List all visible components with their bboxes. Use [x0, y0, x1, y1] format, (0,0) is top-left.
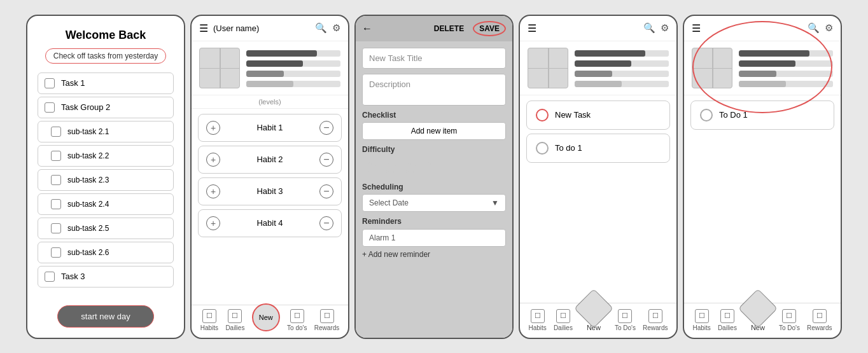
task-checkbox[interactable] [51, 175, 61, 185]
bar-row [575, 71, 669, 77]
profile-section [520, 41, 676, 95]
task-label: sub-task 2.5 [67, 224, 109, 233]
hamburger-icon[interactable]: ☰ [692, 22, 701, 34]
nav-habits[interactable]: ☐ Habits [200, 309, 218, 331]
search-icon[interactable]: 🔍 [315, 22, 327, 34]
list-item[interactable]: Task 1 [38, 73, 174, 94]
bar-row [739, 81, 833, 87]
bar-row [739, 60, 833, 67]
save-button[interactable]: SAVE [473, 21, 506, 36]
filter-icon[interactable]: ⚙ [825, 22, 833, 34]
plus-button[interactable]: + [206, 184, 220, 198]
task-checkbox[interactable] [51, 247, 61, 258]
start-new-day-button[interactable]: start new day [57, 305, 153, 328]
task-checkbox[interactable] [51, 199, 61, 209]
minus-button[interactable]: − [319, 184, 333, 198]
list-item[interactable]: Task 3 [38, 266, 174, 287]
back-arrow-icon[interactable]: ← [362, 23, 372, 34]
form-header: ← DELETE SAVE [356, 16, 512, 41]
nav-dailies[interactable]: ☐ Dailies [225, 309, 244, 331]
plus-button[interactable]: + [206, 121, 220, 135]
plus-button[interactable]: + [206, 216, 220, 230]
task-title-input[interactable]: New Task Title [362, 48, 506, 69]
add-reminder-button[interactable]: + Add new reminder [362, 250, 506, 259]
scheduling-label: Scheduling [362, 183, 506, 191]
task-checkbox[interactable] [51, 127, 61, 137]
habit-item: + Habit 3 − [198, 177, 342, 205]
habit-item: + Habit 1 − [198, 114, 342, 142]
scheduling-select[interactable]: Select Date ▼ [362, 194, 506, 212]
todo-item-new[interactable]: New Task [526, 100, 670, 130]
header-bar: ☰ 🔍 ⚙ [520, 16, 676, 41]
task-label: sub-task 2.4 [67, 200, 109, 209]
screen-todos-highlight: ☰ 🔍 ⚙ To Do 1 ☐ H [683, 15, 842, 339]
task-checkbox[interactable] [45, 102, 55, 113]
minus-button[interactable]: − [319, 153, 333, 167]
todos-icon: ☐ [290, 309, 304, 323]
stars-row: ★ ★ ★ ★ [362, 156, 506, 177]
nav-todos[interactable]: ☐ To do's [287, 309, 307, 331]
minus-button[interactable]: − [319, 216, 333, 230]
list-item[interactable]: sub-task 2.5 [38, 218, 174, 239]
nav-dailies[interactable]: ☐ Dailies [554, 309, 573, 331]
new-button[interactable] [574, 288, 613, 328]
header-bar: ☰ 🔍 ⚙ [684, 16, 841, 41]
filter-icon[interactable]: ⚙ [332, 22, 340, 34]
avatar [528, 48, 568, 88]
subtitle-label: Check off tasks from yesterday [45, 48, 167, 64]
habit-label: Habit 2 [256, 155, 283, 164]
nav-rewards-label: Rewards [807, 324, 832, 331]
star-4[interactable]: ★ [421, 156, 437, 177]
delete-button[interactable]: DELETE [431, 23, 466, 34]
nav-rewards[interactable]: ☐ Rewards [643, 309, 668, 331]
bar-row [246, 60, 340, 67]
bar-row [575, 81, 669, 87]
list-item[interactable]: sub-task 2.3 [38, 169, 174, 191]
task-label: Task 1 [61, 78, 85, 88]
nav-rewards[interactable]: ☐ Rewards [314, 309, 339, 331]
task-checkbox[interactable] [45, 78, 55, 88]
star-1[interactable]: ★ [362, 156, 378, 177]
todo-item[interactable]: To do 1 [526, 134, 670, 163]
star-2[interactable]: ★ [382, 156, 398, 177]
screens-container: Welcome Back Check off tasks from yester… [26, 15, 842, 339]
nav-todos[interactable]: ☐ To Do's [779, 309, 800, 331]
list-item[interactable]: sub-task 2.2 [38, 145, 174, 167]
alarm-item[interactable]: Alarm 1 [362, 229, 506, 247]
screen-todos: ☰ 🔍 ⚙ New Task To do 1 [519, 15, 678, 339]
search-icon[interactable]: 🔍 [808, 22, 820, 34]
list-item[interactable]: Task Group 2 [38, 97, 174, 118]
task-checkbox[interactable] [51, 151, 61, 161]
todo-item[interactable]: To Do 1 [690, 100, 834, 130]
new-button[interactable] [738, 288, 778, 328]
nav-dailies-label: Dailies [554, 324, 573, 331]
search-icon[interactable]: 🔍 [643, 22, 655, 34]
new-button-container: New [252, 303, 280, 331]
form-body: New Task Title Description Checklist Add… [356, 41, 512, 338]
add-item-button[interactable]: Add new item [362, 122, 506, 140]
todo-list: To Do 1 [684, 95, 841, 303]
list-item[interactable]: sub-task 2.6 [38, 242, 174, 263]
task-checkbox[interactable] [51, 223, 61, 233]
task-description-input[interactable]: Description [362, 74, 506, 106]
habit-label: Habit 1 [256, 123, 283, 132]
minus-button[interactable]: − [319, 121, 333, 135]
nav-todos[interactable]: ☐ To Do's [615, 309, 636, 331]
todo-label: To do 1 [555, 143, 582, 153]
nav-habits[interactable]: ☐ Habits [529, 309, 547, 331]
bar-row [246, 81, 340, 87]
list-item[interactable]: sub-task 2.1 [38, 121, 174, 142]
todo-label: New Task [555, 110, 591, 120]
new-button[interactable]: New [252, 303, 280, 331]
dailies-icon: ☐ [720, 309, 734, 323]
star-3[interactable]: ★ [402, 156, 417, 177]
list-item[interactable]: sub-task 2.4 [38, 193, 174, 215]
hamburger-icon[interactable]: ☰ [528, 22, 536, 34]
nav-rewards[interactable]: ☐ Rewards [807, 309, 832, 331]
hamburger-icon[interactable]: ☰ [199, 22, 208, 34]
nav-dailies[interactable]: ☐ Dailies [718, 309, 737, 331]
filter-icon[interactable]: ⚙ [661, 22, 669, 34]
task-checkbox[interactable] [45, 272, 55, 282]
plus-button[interactable]: + [206, 153, 220, 167]
nav-habits[interactable]: ☐ Habits [693, 309, 711, 331]
